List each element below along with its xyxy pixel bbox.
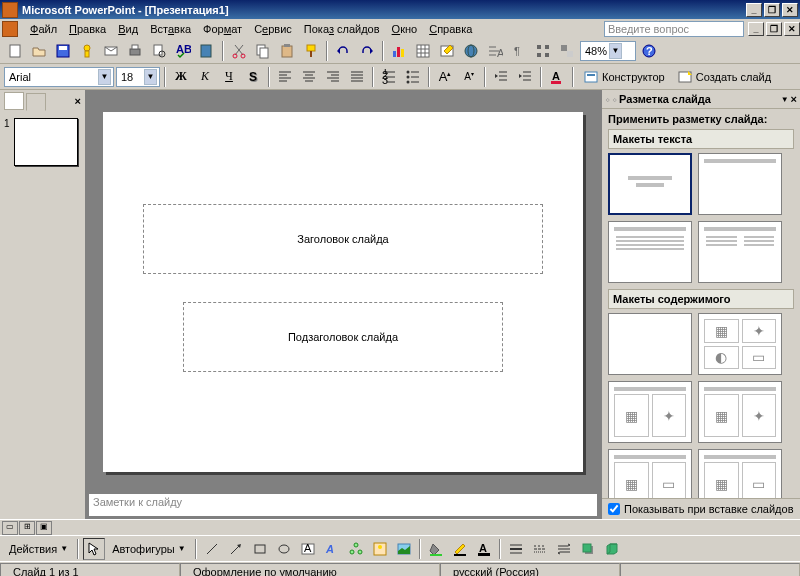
close-button[interactable]: ✕	[782, 3, 798, 17]
font-size-combo[interactable]: 18▼	[116, 67, 160, 87]
textbox-button[interactable]: A	[297, 538, 319, 560]
permission-button[interactable]	[76, 40, 98, 62]
shadow-button[interactable]: S	[242, 66, 264, 88]
normal-view-button[interactable]: ▭	[2, 521, 18, 535]
menu-insert[interactable]: Вставка	[144, 21, 197, 37]
line-color-button[interactable]	[449, 538, 471, 560]
layout-title-2content[interactable]: ▦✦	[698, 381, 782, 443]
doc-close-button[interactable]: ✕	[784, 22, 800, 36]
font-color-button-draw[interactable]: A	[473, 538, 495, 560]
grid-button[interactable]	[532, 40, 554, 62]
align-right-button[interactable]	[322, 66, 344, 88]
copy-button[interactable]	[252, 40, 274, 62]
slideshow-view-button[interactable]: ▣	[36, 521, 52, 535]
task-pane-menu-icon[interactable]: ▼	[781, 95, 789, 104]
subtitle-placeholder[interactable]: Подзаголовок слайда	[183, 302, 503, 372]
shadow-style-button[interactable]	[577, 538, 599, 560]
layout-content[interactable]: ▦✦◐▭	[698, 313, 782, 375]
back-icon[interactable]: ⬦	[605, 94, 610, 104]
layout-blank[interactable]	[608, 313, 692, 375]
3d-style-button[interactable]	[601, 538, 623, 560]
redo-button[interactable]	[356, 40, 378, 62]
menu-file[interactable]: Файл	[24, 21, 63, 37]
spelling-button[interactable]: ABC	[172, 40, 194, 62]
dash-style-button[interactable]	[529, 538, 551, 560]
distributed-button[interactable]	[346, 66, 368, 88]
research-button[interactable]	[196, 40, 218, 62]
hyperlink-button[interactable]	[460, 40, 482, 62]
zoom-combo[interactable]: 48%▼	[580, 41, 636, 61]
email-button[interactable]	[100, 40, 122, 62]
decrease-font-button[interactable]: A▾	[458, 66, 480, 88]
fwd-icon[interactable]: ⬦	[612, 94, 617, 104]
title-placeholder[interactable]: Заголовок слайда	[143, 204, 543, 274]
layout-title-slide[interactable]	[608, 153, 692, 215]
rectangle-button[interactable]	[249, 538, 271, 560]
select-button[interactable]	[83, 538, 105, 560]
line-button[interactable]	[201, 538, 223, 560]
doc-minimize-button[interactable]: _	[748, 22, 764, 36]
minimize-button[interactable]: _	[746, 3, 762, 17]
menu-view[interactable]: Вид	[112, 21, 144, 37]
increase-font-button[interactable]: A▴	[434, 66, 456, 88]
align-left-button[interactable]	[274, 66, 296, 88]
outline-tab[interactable]	[4, 92, 24, 110]
oval-button[interactable]	[273, 538, 295, 560]
expand-button[interactable]: A	[484, 40, 506, 62]
chart-button[interactable]	[388, 40, 410, 62]
notes-pane[interactable]: Заметки к слайду	[88, 493, 598, 517]
actions-menu[interactable]: Действия▼	[4, 538, 73, 560]
layout-title-only[interactable]	[698, 153, 782, 215]
layout-4content-b[interactable]: ▦▭	[698, 449, 782, 498]
maximize-button[interactable]: ❐	[764, 3, 780, 17]
layout-title-text[interactable]	[608, 221, 692, 283]
new-button[interactable]	[4, 40, 26, 62]
help-button[interactable]: ?	[638, 40, 660, 62]
show-formatting-button[interactable]: ¶	[508, 40, 530, 62]
tables-borders-button[interactable]	[436, 40, 458, 62]
doc-restore-button[interactable]: ❐	[766, 22, 782, 36]
arrow-button[interactable]	[225, 538, 247, 560]
print-button[interactable]	[124, 40, 146, 62]
arrow-style-button[interactable]	[553, 538, 575, 560]
undo-button[interactable]	[332, 40, 354, 62]
align-center-button[interactable]	[298, 66, 320, 88]
bullets-button[interactable]	[402, 66, 424, 88]
slide-canvas-area[interactable]: Заголовок слайда Подзаголовок слайда	[86, 90, 600, 493]
ask-question-box[interactable]: Введите вопрос	[604, 21, 744, 37]
menu-slideshow[interactable]: Показ слайдов	[298, 21, 386, 37]
line-style-button[interactable]	[505, 538, 527, 560]
underline-button[interactable]: Ч	[218, 66, 240, 88]
slide-thumbnail[interactable]: 1	[4, 118, 81, 166]
paste-button[interactable]	[276, 40, 298, 62]
new-slide-button[interactable]: Создать слайд	[672, 66, 776, 88]
bold-button[interactable]: Ж	[170, 66, 192, 88]
color-button[interactable]	[556, 40, 578, 62]
status-language[interactable]: русский (Россия)	[440, 563, 620, 577]
sorter-view-button[interactable]: ⊞	[19, 521, 35, 535]
doc-icon[interactable]	[2, 21, 18, 37]
autoshapes-menu[interactable]: Автофигуры▼	[107, 538, 191, 560]
panel-close-button[interactable]: ×	[75, 95, 81, 107]
picture-button[interactable]	[393, 538, 415, 560]
layout-title-content[interactable]: ▦✦	[608, 381, 692, 443]
format-painter-button[interactable]	[300, 40, 322, 62]
menu-tools[interactable]: Сервис	[248, 21, 298, 37]
font-color-button[interactable]: A	[546, 66, 568, 88]
decrease-indent-button[interactable]	[490, 66, 512, 88]
menu-window[interactable]: Окно	[386, 21, 424, 37]
preview-button[interactable]	[148, 40, 170, 62]
wordart-button[interactable]: A	[321, 538, 343, 560]
cut-button[interactable]	[228, 40, 250, 62]
clipart-button[interactable]	[369, 538, 391, 560]
layout-title-2col-text[interactable]	[698, 221, 782, 283]
increase-indent-button[interactable]	[514, 66, 536, 88]
checkbox[interactable]	[608, 503, 620, 515]
font-combo[interactable]: Arial▼	[4, 67, 114, 87]
open-button[interactable]	[28, 40, 50, 62]
menu-format[interactable]: Формат	[197, 21, 248, 37]
numbering-button[interactable]: 123	[378, 66, 400, 88]
design-button[interactable]: Конструктор	[578, 66, 670, 88]
menu-edit[interactable]: Правка	[63, 21, 112, 37]
task-pane-close-button[interactable]: ×	[791, 93, 797, 105]
